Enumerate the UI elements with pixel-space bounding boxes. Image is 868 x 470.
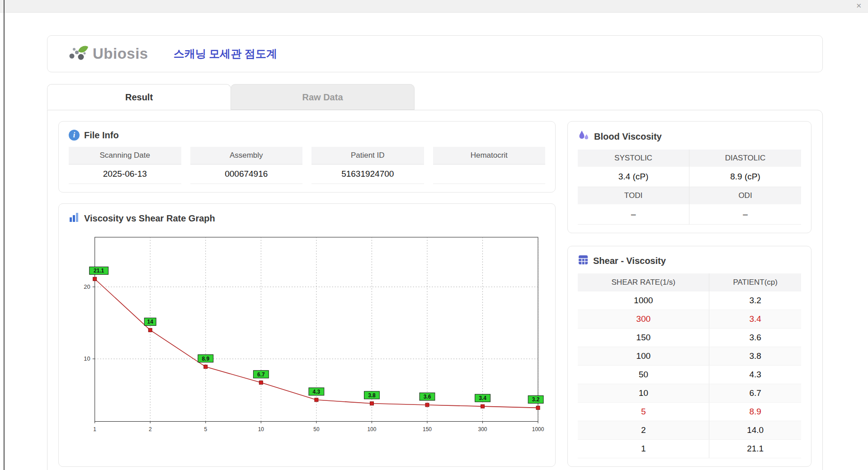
- cell-patient: 6.7: [709, 384, 801, 403]
- svg-text:10: 10: [84, 355, 90, 362]
- table-header-row: SHEAR RATE(1/s) PATIENT(cp): [578, 273, 801, 291]
- header-card: Ubiosis 스캐닝 모세관 점도계: [47, 35, 823, 72]
- cell-patient: 21.1: [709, 440, 801, 458]
- svg-text:3.4: 3.4: [479, 395, 486, 401]
- shear-viscosity-title: Shear - Viscosity: [593, 256, 666, 266]
- graph-card: Viscosity vs Shear Rate Graph 1020125105…: [58, 203, 556, 467]
- svg-text:50: 50: [313, 426, 320, 432]
- table-row: 504.3: [578, 366, 801, 384]
- blood-viscosity-grid: SYSTOLICDIASTOLIC3.4 (cP)8.9 (cP)TODIODI…: [578, 150, 801, 225]
- shear-viscosity-header: Shear - Viscosity: [578, 254, 801, 267]
- tab-result[interactable]: Result: [47, 84, 231, 110]
- svg-text:21.1: 21.1: [94, 268, 104, 274]
- bv-value-row: ––: [578, 204, 801, 225]
- field-value: [433, 164, 546, 184]
- cell-shear-rate: 5: [578, 403, 709, 421]
- svg-text:5: 5: [204, 426, 207, 432]
- cell-patient: 8.9: [709, 403, 801, 421]
- cell-patient: 3.6: [709, 329, 801, 347]
- table-icon: [578, 254, 589, 267]
- table-row: 214.0: [578, 421, 801, 440]
- titlebar: ✕: [0, 0, 868, 13]
- cell-patient: 14.0: [709, 421, 801, 440]
- file-info-field: Scanning Date2025-06-13: [69, 147, 181, 184]
- left-column: i File Info Scanning Date2025-06-13Assem…: [58, 121, 556, 467]
- field-value: 000674916: [190, 164, 303, 184]
- svg-text:4.3: 4.3: [313, 389, 321, 395]
- bv-value: –: [578, 204, 689, 225]
- file-info-title: File Info: [84, 130, 119, 141]
- field-label: Scanning Date: [69, 147, 181, 164]
- table-row: 10003.2: [578, 291, 801, 310]
- blood-viscosity-header: Blood Viscosity: [578, 130, 801, 143]
- right-column: Blood Viscosity SYSTOLICDIASTOLIC3.4 (cP…: [567, 121, 811, 467]
- svg-text:300: 300: [478, 426, 487, 432]
- cell-patient: 3.4: [709, 310, 801, 329]
- bar-chart-icon: [69, 212, 80, 225]
- table-row: 1003.8: [578, 347, 801, 366]
- cell-shear-rate: 2: [578, 421, 709, 440]
- graph-title: Viscosity vs Shear Rate Graph: [84, 213, 215, 224]
- cell-shear-rate: 1000: [578, 291, 709, 310]
- svg-text:3.6: 3.6: [424, 394, 431, 400]
- field-value: 2025-06-13: [69, 164, 181, 184]
- table-row: 121.1: [578, 440, 801, 458]
- file-info-header: i File Info: [69, 130, 545, 141]
- bv-label: ODI: [689, 187, 801, 204]
- tab-bar: Result Raw Data: [47, 84, 823, 110]
- field-label: Assembly: [190, 147, 303, 164]
- info-icon: i: [69, 130, 80, 141]
- cell-patient: 3.8: [709, 347, 801, 366]
- close-icon[interactable]: ✕: [856, 2, 862, 10]
- logo-text: Ubiosis: [93, 45, 148, 62]
- table-row: 1503.6: [578, 329, 801, 347]
- bv-label: SYSTOLIC: [578, 150, 689, 167]
- cell-shear-rate: 300: [578, 310, 709, 329]
- svg-text:3.2: 3.2: [532, 396, 540, 403]
- table-row: 58.9: [578, 403, 801, 421]
- bv-value: 8.9 (cP): [689, 167, 801, 187]
- bv-value: 3.4 (cP): [578, 167, 689, 187]
- field-label: Hematocrit: [433, 147, 546, 164]
- file-info-card: i File Info Scanning Date2025-06-13Assem…: [58, 121, 556, 193]
- main-panel: i File Info Scanning Date2025-06-13Assem…: [47, 110, 823, 470]
- cell-shear-rate: 100: [578, 347, 709, 366]
- file-info-field: Hematocrit: [433, 147, 546, 184]
- cell-patient: 4.3: [709, 366, 801, 384]
- blood-viscosity-title: Blood Viscosity: [594, 132, 662, 142]
- svg-text:1000: 1000: [532, 426, 544, 432]
- svg-text:14: 14: [147, 319, 154, 325]
- column-header-patient: PATIENT(cp): [709, 273, 801, 291]
- cell-shear-rate: 1: [578, 440, 709, 458]
- field-value: 51631924700: [311, 164, 424, 184]
- bv-label: DIASTOLIC: [689, 150, 801, 167]
- table-row: 3003.4: [578, 310, 801, 329]
- bv-label-row: SYSTOLICDIASTOLIC: [578, 150, 801, 167]
- viscosity-shear-chart: 10201251050100150300100021.1148.96.74.33…: [69, 231, 545, 442]
- cell-shear-rate: 10: [578, 384, 709, 403]
- column-header-shear-rate: SHEAR RATE(1/s): [578, 273, 709, 291]
- svg-text:1: 1: [93, 426, 96, 432]
- svg-text:10: 10: [258, 426, 264, 432]
- page-title: 스캐닝 모세관 점도계: [174, 47, 277, 61]
- field-label: Patient ID: [311, 147, 424, 164]
- window-left-border: [4, 0, 5, 470]
- bv-label-row: TODIODI: [578, 187, 801, 204]
- shear-viscosity-table: SHEAR RATE(1/s) PATIENT(cp) 10003.23003.…: [578, 273, 801, 458]
- svg-text:100: 100: [367, 426, 376, 432]
- cell-shear-rate: 150: [578, 329, 709, 347]
- svg-text:6.7: 6.7: [257, 371, 265, 378]
- svg-text:20: 20: [84, 283, 90, 290]
- graph-header: Viscosity vs Shear Rate Graph: [69, 212, 545, 225]
- bv-value: –: [689, 204, 801, 225]
- file-info-field: Patient ID51631924700: [311, 147, 424, 184]
- svg-text:150: 150: [423, 426, 432, 432]
- logo-leaf-icon: [67, 43, 89, 64]
- droplet-icon: [578, 130, 590, 143]
- bv-label: TODI: [578, 187, 689, 204]
- app-content: Ubiosis 스캐닝 모세관 점도계 Result Raw Data i Fi…: [0, 13, 868, 470]
- file-info-fields: Scanning Date2025-06-13Assembly000674916…: [69, 147, 545, 184]
- bv-value-row: 3.4 (cP)8.9 (cP): [578, 167, 801, 187]
- tab-raw-data[interactable]: Raw Data: [231, 84, 415, 110]
- cell-shear-rate: 50: [578, 366, 709, 384]
